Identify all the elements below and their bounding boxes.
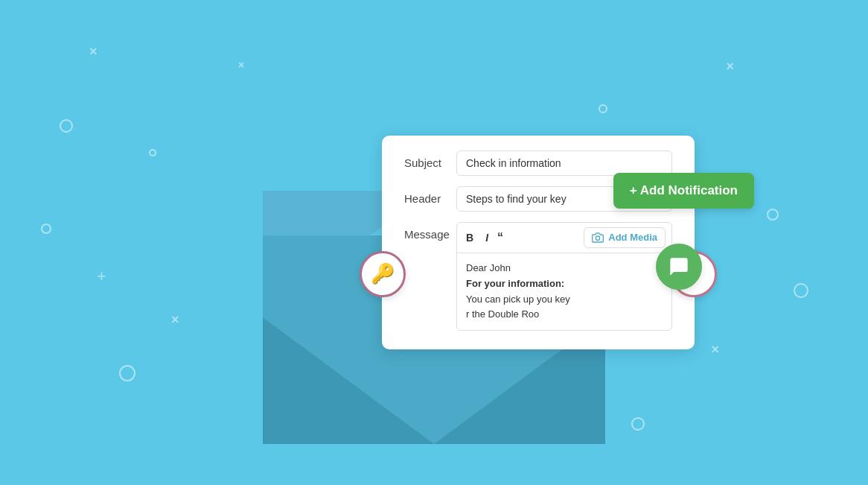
header-label: Header: [404, 192, 456, 205]
decor-dot-4: [767, 209, 779, 221]
add-media-button[interactable]: Add Media: [584, 227, 666, 248]
subject-row: Subject: [404, 150, 672, 176]
message-body[interactable]: Dear John For your information: You can …: [457, 253, 671, 330]
decor-dot-5: [794, 283, 808, 298]
decor-dot-8: [149, 149, 156, 156]
subject-label: Subject: [404, 156, 456, 169]
main-scene: + Add Notification Subject Header Messag…: [173, 27, 695, 459]
decor-dot-3: [119, 365, 135, 381]
decor-cross-4: ×: [726, 60, 734, 73]
message-line2: For your information:: [466, 276, 663, 292]
camera-icon: [592, 232, 604, 244]
message-line1: Dear John: [466, 261, 663, 276]
message-line4: r the Double Roo: [466, 307, 663, 323]
subject-input[interactable]: [456, 150, 672, 176]
decor-dot-1: [60, 119, 73, 133]
message-line3: You can pick up you key: [466, 292, 663, 308]
italic-button[interactable]: I: [482, 230, 491, 245]
message-label: Message: [404, 222, 456, 241]
decor-plus-1: +: [97, 268, 106, 285]
svg-point-0: [596, 236, 600, 240]
chat-icon: [668, 256, 689, 277]
letter-card: + Add Notification Subject Header Messag…: [382, 136, 695, 349]
bold-button[interactable]: B: [463, 230, 476, 245]
message-row: Message B I “ Add Media Dear John: [404, 222, 672, 331]
quote-button[interactable]: “: [497, 231, 503, 244]
add-media-label: Add Media: [608, 232, 657, 243]
add-notification-button[interactable]: + Add Notification: [613, 173, 754, 209]
decor-cross-5: ×: [711, 343, 719, 356]
key-icon: 🔑: [371, 262, 395, 285]
decor-cross-1: ×: [89, 45, 98, 58]
message-toolbar: B I “ Add Media: [457, 223, 671, 253]
decor-dot-2: [41, 224, 51, 234]
chat-badge: [656, 244, 702, 290]
key-badge: 🔑: [360, 251, 406, 297]
message-editor: B I “ Add Media Dear John For your infor…: [456, 222, 672, 331]
